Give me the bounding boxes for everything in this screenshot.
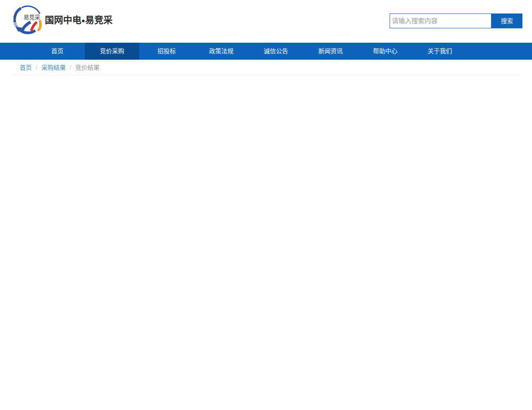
svg-text:易竞采: 易竞采 <box>24 14 40 20</box>
